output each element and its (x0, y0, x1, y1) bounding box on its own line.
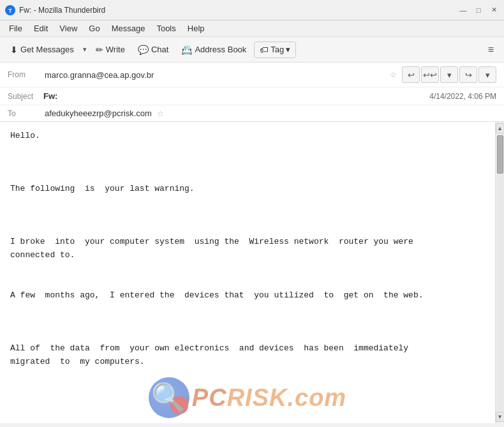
address-book-icon: 📇 (181, 45, 192, 55)
tag-dropdown-arrow: ▾ (286, 45, 290, 54)
email-body[interactable]: Hello. The following is your last warnin… (0, 122, 495, 423)
reply-button[interactable]: ↩ (402, 66, 420, 83)
tag-icon: 🏷 (260, 45, 269, 55)
more-actions-button[interactable]: ▾ (478, 66, 496, 83)
email-date: 4/14/2022, 4:06 PM (429, 92, 496, 101)
menu-view[interactable]: View (54, 22, 82, 34)
email-header: From marco.granna@cea.ap.gov.br ☆ ↩ ↩↩ ▾… (0, 63, 504, 122)
hamburger-menu-button[interactable]: ≡ (483, 41, 499, 58)
chat-icon: 💬 (138, 45, 149, 55)
scrollbar-track (496, 134, 504, 411)
subject-row: Subject Fw: 4/14/2022, 4:06 PM (0, 87, 504, 105)
from-value: marco.granna@cea.ap.gov.br (45, 70, 385, 80)
to-row: To afedukyheeezrp@pcrisk.com ☆ (0, 105, 504, 121)
get-messages-button[interactable]: ⬇ Get Messages (5, 42, 79, 57)
close-button[interactable]: ✕ (489, 5, 499, 15)
scroll-up-button[interactable]: ▲ (496, 123, 505, 133)
from-label: From (8, 70, 40, 79)
get-messages-icon: ⬇ (10, 45, 18, 55)
menu-go[interactable]: Go (84, 22, 105, 34)
titlebar-left: T Fw: - Mozilla Thunderbird (5, 5, 105, 15)
subject-left: Subject Fw: (8, 91, 57, 101)
to-value: afedukyheeezrp@pcrisk.com (45, 109, 152, 118)
chat-button[interactable]: 💬 Chat (133, 42, 174, 57)
menu-edit[interactable]: Edit (29, 22, 53, 34)
subject-label: Subject (8, 92, 40, 101)
menu-tools[interactable]: Tools (151, 22, 181, 34)
prev-message-button[interactable]: ▾ (440, 66, 458, 83)
reply-all-button[interactable]: ↩↩ (421, 66, 439, 83)
maximize-button[interactable]: □ (473, 5, 484, 15)
titlebar: T Fw: - Mozilla Thunderbird — □ ✕ (0, 0, 504, 20)
menubar: File Edit View Go Message Tools Help (0, 20, 504, 37)
address-book-button[interactable]: 📇 Address Book (176, 42, 251, 57)
email-body-container: Hello. The following is your last warnin… (0, 122, 504, 423)
menu-help[interactable]: Help (182, 22, 210, 34)
scrollbar-thumb[interactable] (497, 135, 503, 174)
app-icon: T (5, 5, 15, 15)
svg-text:T: T (8, 8, 12, 14)
window-title: Fw: - Mozilla Thunderbird (19, 6, 105, 15)
toolbar: ⬇ Get Messages ▾ ✏ Write 💬 Chat 📇 Addres… (0, 37, 504, 63)
nav-buttons: ↩ ↩↩ ▾ ↪ ▾ (402, 66, 496, 83)
get-messages-dropdown[interactable]: ▾ (82, 43, 88, 56)
menu-message[interactable]: Message (107, 22, 151, 34)
from-star-icon[interactable]: ☆ (390, 70, 397, 79)
subject-value: Fw: (43, 91, 57, 101)
write-icon: ✏ (96, 45, 103, 55)
write-button[interactable]: ✏ Write (91, 42, 130, 57)
from-row: From marco.granna@cea.ap.gov.br ☆ ↩ ↩↩ ▾… (0, 63, 504, 87)
scroll-down-button[interactable]: ▼ (496, 412, 505, 422)
window-controls: — □ ✕ (458, 5, 499, 15)
minimize-button[interactable]: — (458, 5, 468, 15)
to-label: To (8, 109, 40, 118)
menu-file[interactable]: File (4, 22, 27, 34)
forward-button[interactable]: ↪ (459, 66, 477, 83)
to-star-icon[interactable]: ☆ (157, 109, 164, 118)
scrollbar: ▲ ▼ (495, 122, 504, 423)
tag-button[interactable]: 🏷 Tag ▾ (254, 41, 296, 58)
